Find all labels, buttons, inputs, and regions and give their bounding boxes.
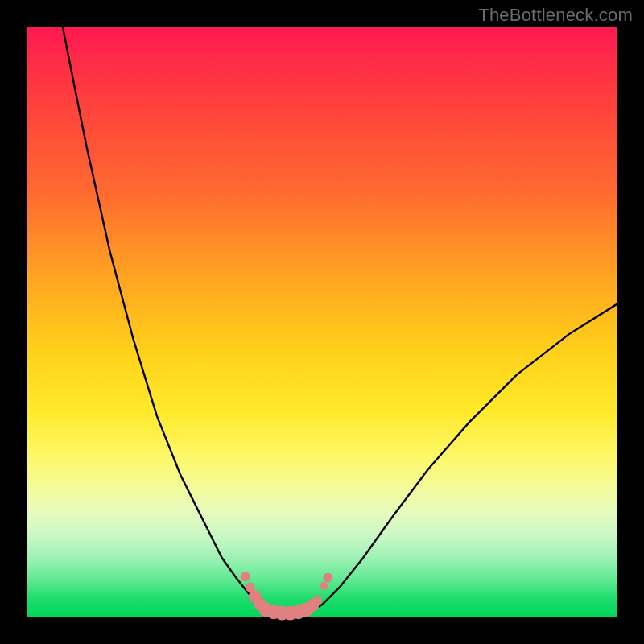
curve-marker <box>241 572 250 581</box>
curve-layer <box>27 27 617 617</box>
chart-frame: TheBottleneck.com <box>0 0 644 644</box>
plot-area <box>27 27 617 617</box>
bottleneck-curve <box>63 27 617 613</box>
curve-markers <box>241 572 332 620</box>
curve-marker <box>312 596 322 605</box>
watermark-text: TheBottleneck.com <box>478 5 633 26</box>
curve-marker <box>320 582 328 590</box>
curve-marker <box>323 573 332 583</box>
